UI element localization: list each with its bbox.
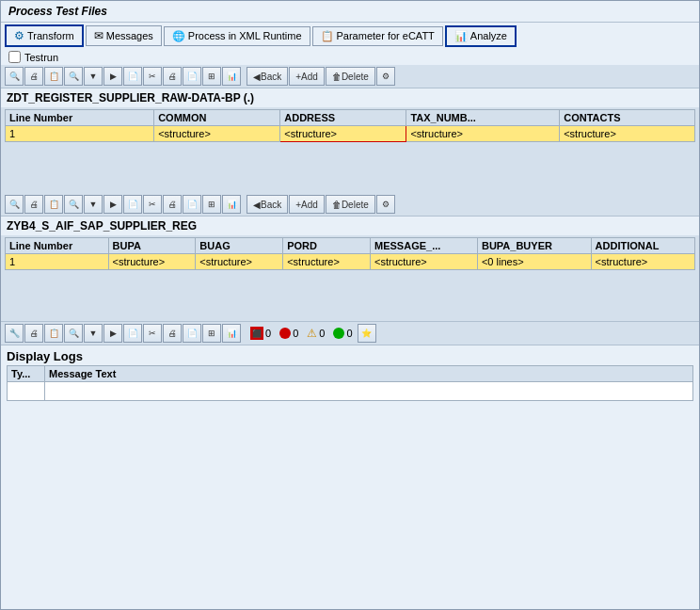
- bottom-tool-7[interactable]: 📄: [123, 324, 142, 343]
- print-btn2[interactable]: 🖨: [24, 195, 43, 214]
- col-common: COMMON: [154, 110, 280, 126]
- bottom-tool-chart[interactable]: 📊: [222, 324, 241, 343]
- settings-btn2[interactable]: ⚙: [376, 195, 395, 214]
- col-bupa-buyer: BUPA_BUYER: [477, 238, 591, 254]
- tab-analyze[interactable]: 📊 Analyze: [445, 25, 517, 47]
- table-btn2[interactable]: ⊞: [202, 195, 221, 214]
- cut-btn[interactable]: ✂: [143, 67, 162, 86]
- red-count: 0: [293, 328, 298, 339]
- warning-count: 0: [319, 328, 325, 339]
- section2-toolbar: 🔍 🖨 📋 🔍 ▼ ▶ 📄 ✂ 🖨 📄 ⊞ 📊 ◀ Back + Add 🗑 D…: [1, 193, 699, 217]
- cell-message: <structure>: [371, 254, 478, 270]
- cut-btn2[interactable]: ✂: [143, 195, 162, 214]
- bottom-tool-6[interactable]: ▶: [103, 324, 122, 343]
- testrun-checkbox[interactable]: [8, 51, 21, 63]
- print2-btn2[interactable]: 🖨: [163, 195, 182, 214]
- table-row: 1 <structure> <structure> <structure> <s…: [6, 126, 695, 142]
- delete-btn2[interactable]: 🗑 Delete: [326, 195, 375, 214]
- logs-empty-row: [8, 382, 693, 401]
- section1-toolbar: 🔍 🖨 📋 🔍 ▼ ▶ 📄 ✂ 🖨 📄 ⊞ 📊 ◀ Back + Add 🗑 D…: [1, 65, 699, 88]
- logs-col-type: Ty...: [8, 366, 45, 382]
- cell-address: <structure>: [280, 126, 406, 142]
- green-count: 0: [346, 328, 352, 339]
- settings-btn1[interactable]: ⚙: [376, 67, 395, 86]
- add-btn1[interactable]: + Add: [289, 67, 325, 86]
- delete-btn1[interactable]: 🗑 Delete: [326, 67, 375, 86]
- tab-messages-label: Messages: [106, 30, 153, 41]
- doc2-btn2[interactable]: 📄: [183, 195, 201, 214]
- chart-btn[interactable]: 📊: [222, 67, 241, 86]
- cell-bupa-buyer: <0 lines>: [477, 254, 591, 270]
- col-line-number-2: Line Number: [6, 238, 109, 254]
- process-xml-icon: 🌐: [172, 30, 185, 42]
- search-btn[interactable]: 🔍: [64, 67, 83, 86]
- main-window: Process Test Files ⚙ Transform ✉ Message…: [0, 0, 700, 610]
- cell-pord: <structure>: [283, 254, 371, 270]
- bottom-tool-9[interactable]: 🖨: [163, 324, 182, 343]
- cell-buag: <structure>: [196, 254, 283, 270]
- messages-icon: ✉: [94, 29, 103, 42]
- section2-title: ZYB4_S_AIF_SAP_SUPPLIER_REG: [1, 217, 699, 235]
- tab-process-xml[interactable]: 🌐 Process in XML Runtime: [164, 26, 310, 46]
- col-message: MESSAGE_...: [371, 238, 478, 254]
- filter-btn[interactable]: 📋: [44, 67, 63, 86]
- back-btn1[interactable]: ◀ Back: [247, 67, 288, 86]
- bottom-tool-2[interactable]: 🖨: [24, 324, 43, 343]
- bottom-tool-10[interactable]: 📄: [183, 324, 201, 343]
- warning-icon: ⚠: [307, 327, 317, 340]
- print2-btn[interactable]: 🖨: [163, 67, 182, 86]
- transform-icon: ⚙: [14, 29, 24, 42]
- cell-bupa: <structure>: [108, 254, 196, 270]
- stop-badge: ⬛ 0: [247, 327, 275, 340]
- bottom-tool-8[interactable]: ✂: [143, 324, 162, 343]
- zoom-btn[interactable]: 🔍: [5, 67, 24, 86]
- tab-transform[interactable]: ⚙ Transform: [5, 24, 84, 47]
- chart-btn2[interactable]: 📊: [222, 195, 241, 214]
- parameter-icon: 📋: [321, 30, 334, 42]
- tab-parameter-ecatt[interactable]: 📋 Parameter for eCATT: [312, 26, 443, 46]
- doc-btn[interactable]: 📄: [123, 67, 142, 86]
- display-logs-title: Display Logs: [7, 349, 693, 363]
- cell-common: <structure>: [154, 126, 280, 142]
- col-additional: ADDITIONAL: [591, 238, 694, 254]
- section2-table: Line Number BUPA BUAG PORD MESSAGE_... B…: [5, 237, 695, 270]
- filter-btn2[interactable]: 📋: [44, 195, 63, 214]
- right-btn[interactable]: ▶: [103, 67, 122, 86]
- tab-messages[interactable]: ✉ Messages: [86, 25, 162, 46]
- cell-contacts: <structure>: [560, 126, 695, 142]
- bottom-tool-11[interactable]: ⊞: [202, 324, 221, 343]
- window-title: Process Test Files: [1, 1, 699, 23]
- down-btn[interactable]: ▼: [84, 67, 103, 86]
- tab-bar: ⚙ Transform ✉ Messages 🌐 Process in XML …: [1, 23, 699, 49]
- doc2-btn[interactable]: 📄: [183, 67, 201, 86]
- table-row: 1 <structure> <structure> <structure> <s…: [6, 254, 695, 270]
- doc-btn2[interactable]: 📄: [123, 195, 142, 214]
- section1-title: ZDT_REGISTER_SUPPLIER_RAW-DATA-BP (.): [1, 88, 699, 107]
- stop-icon: ⬛: [250, 327, 263, 340]
- table-btn[interactable]: ⊞: [202, 67, 221, 86]
- col-tax-numb: TAX_NUMB...: [406, 110, 560, 126]
- bottom-tool-4[interactable]: 🔍: [64, 324, 83, 343]
- bottom-tool-3[interactable]: 📋: [44, 324, 63, 343]
- bottom-tool-1[interactable]: 🔧: [5, 324, 24, 343]
- back-btn2[interactable]: ◀ Back: [247, 195, 288, 214]
- zoom-btn2[interactable]: 🔍: [5, 195, 24, 214]
- col-buag: BUAG: [196, 238, 283, 254]
- section1-table: Line Number COMMON ADDRESS TAX_NUMB... C…: [5, 109, 695, 142]
- tab-parameter-ecatt-label: Parameter for eCATT: [337, 30, 435, 41]
- search-btn2[interactable]: 🔍: [64, 195, 83, 214]
- print-btn[interactable]: 🖨: [24, 67, 43, 86]
- col-bupa: BUPA: [108, 238, 196, 254]
- down-btn2[interactable]: ▼: [84, 195, 103, 214]
- add-btn2[interactable]: + Add: [289, 195, 325, 214]
- testrun-label: Testrun: [24, 52, 58, 63]
- right-btn2[interactable]: ▶: [103, 195, 122, 214]
- display-logs-section: Display Logs Ty... Message Text: [1, 345, 699, 405]
- bottom-tool-last[interactable]: ⭐: [358, 324, 376, 343]
- logs-table: Ty... Message Text: [7, 365, 693, 401]
- cell-line: 1: [6, 126, 154, 142]
- bottom-toolbar: 🔧 🖨 📋 🔍 ▼ ▶ 📄 ✂ 🖨 📄 ⊞ 📊 ⬛ 0 0 ⚠ 0 0: [1, 321, 699, 345]
- title-text: Process Test Files: [8, 5, 107, 18]
- col-contacts: CONTACTS: [560, 110, 695, 126]
- bottom-tool-5[interactable]: ▼: [84, 324, 103, 343]
